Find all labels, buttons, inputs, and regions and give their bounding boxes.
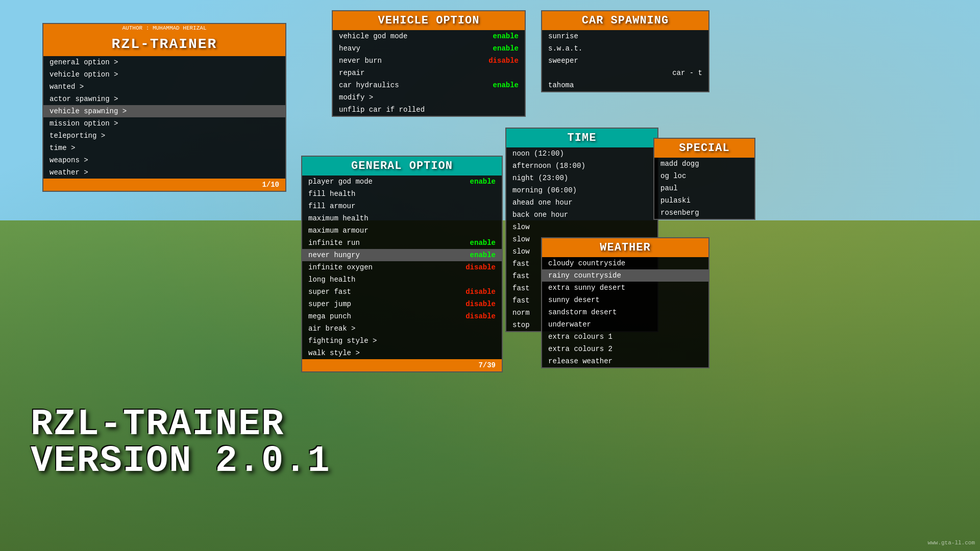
- general-item-0[interactable]: player god modeenable: [302, 176, 502, 188]
- general-item-3[interactable]: maximum health: [302, 212, 502, 224]
- vehicle-item-4[interactable]: car hydraulicsenable: [333, 79, 525, 91]
- general-item-10[interactable]: super jumpdisable: [302, 298, 502, 310]
- vehicle-item-1[interactable]: heavyenable: [333, 42, 525, 55]
- general-item-2[interactable]: fill armour: [302, 200, 502, 212]
- general-item-8[interactable]: long health: [302, 273, 502, 286]
- general-option-header: general option: [302, 157, 502, 176]
- car-spawning-panel: car spawning sunrises.w.a.t.sweepercar -…: [541, 10, 709, 92]
- weather-item-8[interactable]: release weather: [542, 355, 708, 367]
- vehicle-item-label-4: car hydraulics: [339, 81, 399, 89]
- car-spawning-label-0: sunrise: [548, 32, 578, 40]
- general-item-12[interactable]: air break >: [302, 322, 502, 335]
- car-spawning-item-1[interactable]: s.w.a.t.: [542, 42, 708, 55]
- general-item-label-3: maximum health: [308, 214, 369, 222]
- vehicle-item-status-4: enable: [493, 81, 519, 89]
- special-item-3[interactable]: pulaski: [654, 194, 754, 207]
- vehicle-option-panel: vehicle option vehicle god modeenablehea…: [332, 10, 526, 117]
- vehicle-item-status-1: enable: [493, 44, 519, 53]
- general-item-9[interactable]: super fastdisable: [302, 286, 502, 298]
- time-item-6[interactable]: slow: [506, 221, 657, 233]
- weather-item-3[interactable]: sunny desert: [542, 294, 708, 306]
- general-item-label-0: player god mode: [308, 178, 373, 186]
- general-item-11[interactable]: mega punchdisable: [302, 310, 502, 322]
- general-item-status-10: disable: [465, 300, 496, 308]
- general-item-label-2: fill armour: [308, 202, 355, 210]
- main-panel-footer: 1/10: [43, 179, 285, 191]
- main-trainer-panel: AUTHOR : MUHAMMAD HERIZAL RZL-TRAINER ge…: [42, 23, 286, 192]
- vehicle-item-label-3: repair: [339, 69, 364, 77]
- special-item-2[interactable]: paul: [654, 182, 754, 194]
- car-spawning-items-list: sunrises.w.a.t.sweepercar - ttahoma: [542, 30, 708, 91]
- weather-item-5[interactable]: underwater: [542, 318, 708, 331]
- vehicle-item-label-1: heavy: [339, 44, 360, 53]
- general-item-status-5: enable: [470, 239, 496, 247]
- big-title-version: VERSION 2.0.1: [31, 443, 331, 480]
- car-spawning-item-0[interactable]: sunrise: [542, 30, 708, 42]
- general-item-label-9: super fast: [308, 288, 351, 296]
- general-item-7[interactable]: infinite oxygendisable: [302, 261, 502, 273]
- general-item-label-7: infinite oxygen: [308, 263, 373, 271]
- vehicle-item-status-2: disable: [488, 57, 519, 65]
- weather-item-2[interactable]: extra sunny desert: [542, 282, 708, 294]
- time-item-3[interactable]: morning (06:00): [506, 184, 657, 196]
- weather-item-1[interactable]: rainy countryside: [542, 269, 708, 282]
- general-item-4[interactable]: maximum armour: [302, 224, 502, 237]
- general-item-5[interactable]: infinite runenable: [302, 237, 502, 249]
- time-item-4[interactable]: ahead one hour: [506, 196, 657, 209]
- time-item-1[interactable]: afternoon (18:00): [506, 160, 657, 172]
- vehicle-item-0[interactable]: vehicle god modeenable: [333, 30, 525, 42]
- car-spawning-item-2[interactable]: sweeper: [542, 55, 708, 67]
- weather-header: weather: [542, 238, 708, 257]
- weather-item-4[interactable]: sandstorm desert: [542, 306, 708, 318]
- main-menu-item-0[interactable]: general option >: [43, 56, 285, 68]
- vehicle-item-5[interactable]: modify >: [333, 91, 525, 104]
- general-item-14[interactable]: walk style >: [302, 347, 502, 359]
- car-spawning-item-4[interactable]: tahoma: [542, 79, 708, 91]
- general-item-label-5: infinite run: [308, 239, 360, 247]
- vehicle-option-header: vehicle option: [333, 11, 525, 30]
- general-item-label-10: super jump: [308, 300, 351, 308]
- car-spawning-label-1: s.w.a.t.: [548, 44, 582, 53]
- car-spawning-header: car spawning: [542, 11, 708, 30]
- time-item-0[interactable]: noon (12:00): [506, 147, 657, 160]
- main-menu-item-8[interactable]: weapons >: [43, 154, 285, 166]
- main-menu-item-2[interactable]: wanted >: [43, 81, 285, 93]
- general-item-status-6: enable: [470, 251, 496, 259]
- special-item-0[interactable]: madd dogg: [654, 158, 754, 170]
- general-items-list: player god modeenablefill healthfill arm…: [302, 176, 502, 359]
- vehicle-item-status-0: enable: [493, 32, 519, 40]
- car-spawning-label-2: sweeper: [548, 57, 578, 65]
- vehicle-item-6[interactable]: unflip car if rolled: [333, 104, 525, 116]
- general-item-label-8: long health: [308, 276, 355, 284]
- main-panel-title: RZL-TRAINER: [43, 32, 285, 56]
- main-menu-item-7[interactable]: time >: [43, 142, 285, 154]
- weather-item-6[interactable]: extra colours 1: [542, 331, 708, 343]
- special-items-list: madd doggog locpaulpulaskirosenberg: [654, 158, 754, 219]
- vehicle-item-3[interactable]: repair: [333, 67, 525, 79]
- general-item-1[interactable]: fill health: [302, 188, 502, 200]
- time-item-5[interactable]: back one hour: [506, 209, 657, 221]
- general-item-13[interactable]: fighting style >: [302, 335, 502, 347]
- main-menu-item-5[interactable]: mission option >: [43, 117, 285, 130]
- general-item-status-0: enable: [470, 178, 496, 186]
- vehicle-item-label-2: never burn: [339, 57, 382, 65]
- weather-item-0[interactable]: cloudy countryside: [542, 257, 708, 269]
- time-item-2[interactable]: night (23:00): [506, 172, 657, 184]
- general-item-label-4: maximum armour: [308, 227, 369, 235]
- car-spawning-item-3[interactable]: car - t: [542, 67, 708, 79]
- general-item-label-11: mega punch: [308, 312, 351, 320]
- main-menu-item-9[interactable]: weather >: [43, 166, 285, 179]
- weather-item-7[interactable]: extra colours 2: [542, 343, 708, 355]
- special-item-1[interactable]: og loc: [654, 170, 754, 182]
- vehicle-items-list: vehicle god modeenableheavyenablenever b…: [333, 30, 525, 116]
- watermark: www.gta-ll.com: [928, 540, 975, 546]
- main-menu-item-6[interactable]: teleporting >: [43, 130, 285, 142]
- special-item-4[interactable]: rosenberg: [654, 207, 754, 219]
- main-menu-item-3[interactable]: actor spawning >: [43, 93, 285, 105]
- main-menu-item-4[interactable]: vehicle spawning >: [43, 105, 285, 117]
- weather-panel: weather cloudy countrysiderainy countrys…: [541, 237, 709, 368]
- general-item-6[interactable]: never hungryenable: [302, 249, 502, 261]
- vehicle-item-2[interactable]: never burndisable: [333, 55, 525, 67]
- general-item-status-9: disable: [465, 288, 496, 296]
- main-menu-item-1[interactable]: vehicle option >: [43, 68, 285, 81]
